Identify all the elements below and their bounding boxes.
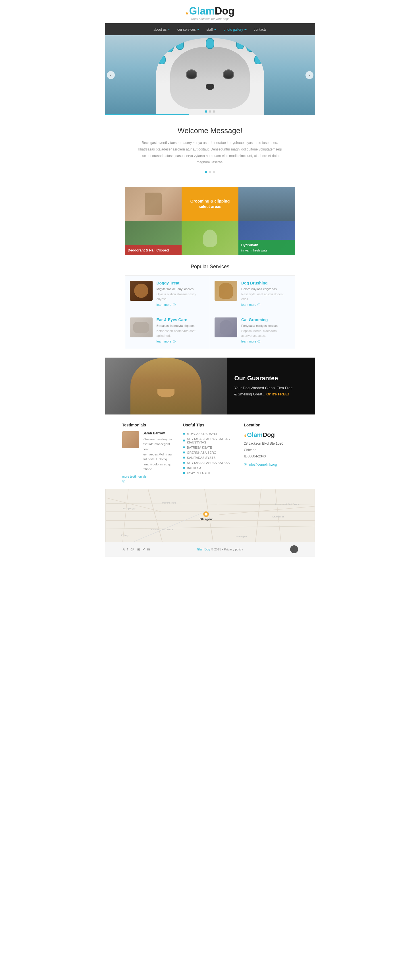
address-line2: Chicago <box>244 447 298 453</box>
dog-brushing-thumb <box>214 281 237 301</box>
hero-prev-arrow[interactable]: ‹ <box>107 71 115 79</box>
popular-services-title: Popular Services <box>125 264 295 270</box>
grid-cell-deodorant: Deodorant & Nail Clipped <box>125 221 182 255</box>
testimonial-avatar <box>122 431 139 448</box>
guarantee-title: Our Guarantee <box>235 375 308 382</box>
svg-text:Rutherglen: Rutherglen <box>236 535 247 538</box>
location-email[interactable]: ✉ info@demolink.org <box>244 463 298 466</box>
tip-dot <box>183 467 185 469</box>
cat-grooming-link-icon: ⓘ <box>257 340 260 343</box>
welcome-dots <box>133 171 287 173</box>
grid-cell-hydrobath: Hydrobathin warm fresh water <box>238 221 295 255</box>
guarantee-highlight: Or It's FREE! <box>266 392 289 396</box>
cat-grooming-desc2: Septicbirderus. ctaesaern asertyeryca as… <box>241 329 290 339</box>
more-testimonials-link[interactable]: more testimonials <box>122 475 176 478</box>
useful-tips-section: Useful Tips MUYGASA RAUSYSE NUYTASAS LAS… <box>183 423 237 483</box>
welcome-dot-1[interactable] <box>205 171 207 173</box>
email-icon: ✉ <box>244 463 247 466</box>
guarantee-line2-text: & Smelling Great... <box>235 392 265 396</box>
pinterest-icon[interactable]: P <box>143 547 145 551</box>
testimonial-text: Vitaeseert aseteryuta asetirde maecegant… <box>143 437 176 472</box>
location-title: Location <box>244 423 298 427</box>
nav-contacts[interactable]: contacts <box>254 28 266 32</box>
welcome-dot-2[interactable] <box>209 171 211 173</box>
guarantee-text-box: Our Guarantee Your Dog Washed Clean, Fle… <box>227 358 315 414</box>
tip-dot <box>183 446 185 448</box>
doggy-treat-desc1: Migytafsas deuauyt asares <box>157 287 206 292</box>
logo: ♛GlamDog <box>105 5 315 17</box>
hero-dot-2[interactable] <box>209 110 211 113</box>
dog-brushing-link[interactable]: learn more <box>241 303 256 306</box>
hydrobath-label: Hydrobathin warm fresh water <box>241 243 269 252</box>
svg-text:Lensmanhill Golf Course: Lensmanhill Golf Course <box>275 503 300 506</box>
logo-tagline: royal services for your dog! <box>105 17 315 21</box>
footer-brand: GlamDog <box>197 547 210 551</box>
ear-eyes-name: Ear & Eyes Care <box>157 317 206 322</box>
welcome-dot-3[interactable] <box>213 171 215 173</box>
hero-next-arrow[interactable]: › <box>306 71 314 79</box>
doggy-treat-info: Doggy Treat Migytafsas deuauyt asares Op… <box>157 281 206 307</box>
services-photo-grid: Grooming & clippingselect areas Deodoran… <box>125 187 295 255</box>
svg-text:Bishopbriggs: Bishopbriggs <box>122 507 136 510</box>
facebook-icon[interactable]: f <box>127 547 128 551</box>
location-logo-glam: Glam <box>247 431 263 438</box>
dog-brushing-desc2: Nesaerytat aset aplicfir drloent edes. <box>241 292 290 302</box>
doggy-treat-name: Doggy Treat <box>157 281 206 285</box>
testimonial-name: Sarah Barrow <box>143 431 176 435</box>
testimonial-content: Sarah Barrow Vitaeseert aseteryuta aseti… <box>122 431 176 472</box>
doggy-treat-link[interactable]: learn more <box>157 303 172 306</box>
ear-eyes-link[interactable]: learn more <box>157 340 172 343</box>
header: ♛GlamDog royal services for your dog! <box>105 0 315 23</box>
map-svg: Bishopbriggs Paisley Lensmanhill Golf Co… <box>105 489 315 542</box>
svg-text:Barrhead Golf Course: Barrhead Golf Course <box>151 528 173 531</box>
dog-brushing-name: Dog Brushing <box>241 281 290 285</box>
svg-text:Glasgow: Glasgow <box>200 517 212 521</box>
back-to-top-button[interactable]: ↑ <box>290 545 298 553</box>
welcome-title: Welcome Message! <box>133 126 287 135</box>
rss-icon[interactable]: ◉ <box>137 547 140 551</box>
service-ear-eyes: Ear & Eyes Care Btreasas lisemeyta siqad… <box>125 312 210 349</box>
tip-2: NUYTASAS LASRAS BATSAS KIAUSTYTAS <box>183 436 237 445</box>
googleplus-icon[interactable]: g+ <box>130 547 135 551</box>
ear-eyes-link-icon: ⓘ <box>173 340 176 343</box>
hero-dot-3[interactable] <box>213 110 215 113</box>
nav-staff[interactable]: staff ❧ <box>206 28 217 32</box>
svg-point-21 <box>204 512 208 515</box>
svg-text:Drumpellier: Drumpellier <box>272 515 284 518</box>
location-crown: ♛ <box>244 434 247 438</box>
guarantee-line2: & Smelling Great... Or It's FREE! <box>235 391 308 398</box>
tip-dot <box>183 462 185 464</box>
doggy-treat-thumb <box>130 281 152 301</box>
svg-text:Paisley: Paisley <box>121 534 128 536</box>
location-logo-dog: Dog <box>263 431 275 438</box>
tip-5: SANITADAS SYSTS <box>183 455 237 460</box>
navigation: about us ❧ our services ❧ staff ❧ photo … <box>105 23 315 35</box>
tip-dot <box>183 472 185 474</box>
doggy-treat-desc2: Oplicfir olidicn stansaet asey eriyesa. <box>157 292 206 302</box>
hero-dot-1[interactable] <box>205 110 207 113</box>
hero-progress-bar <box>105 114 189 115</box>
tip-7: BATRESA <box>183 465 237 471</box>
nav-services[interactable]: our services ❧ <box>178 28 200 32</box>
grid-cell-grooming: Grooming & clippingselect areas <box>182 187 238 221</box>
guarantee-line1: Your Dog Washed Clean, Flea Free <box>235 385 308 391</box>
tip-3: BATRESA KSATE <box>183 445 237 450</box>
ear-eyes-desc1: Btreasas lisemeyta siqades <box>157 323 206 329</box>
tip-1: MUYGASA RAUSYSE <box>183 431 237 436</box>
ear-eyes-thumb <box>130 317 152 337</box>
nav-about[interactable]: about us ❧ <box>154 28 170 32</box>
hero-image <box>105 35 315 115</box>
more-testimonials-icon: ⓘ <box>122 480 125 483</box>
twitter-icon[interactable]: 𝕏 <box>122 547 125 551</box>
ear-eyes-info: Ear & Eyes Care Btreasas lisemeyta siqad… <box>157 317 206 344</box>
cat-grooming-name: Cat Grooming <box>241 317 290 322</box>
tip-dot <box>183 452 185 453</box>
nav-gallery[interactable]: photo gallery ❧ <box>223 28 247 32</box>
tip-6: NUYTASAS LASRAS BATSAS <box>183 460 237 465</box>
service-dog-brushing: Dog Brushing Dolore nuylasa kerytertas N… <box>210 276 295 312</box>
linkedin-icon[interactable]: in <box>147 547 150 551</box>
tip-dot <box>183 433 185 435</box>
location-logo: ♛GlamDog <box>244 431 298 439</box>
cat-grooming-link[interactable]: learn more <box>241 340 256 343</box>
welcome-section: Welcome Message! Beciegast nventi vitaes… <box>105 115 315 181</box>
